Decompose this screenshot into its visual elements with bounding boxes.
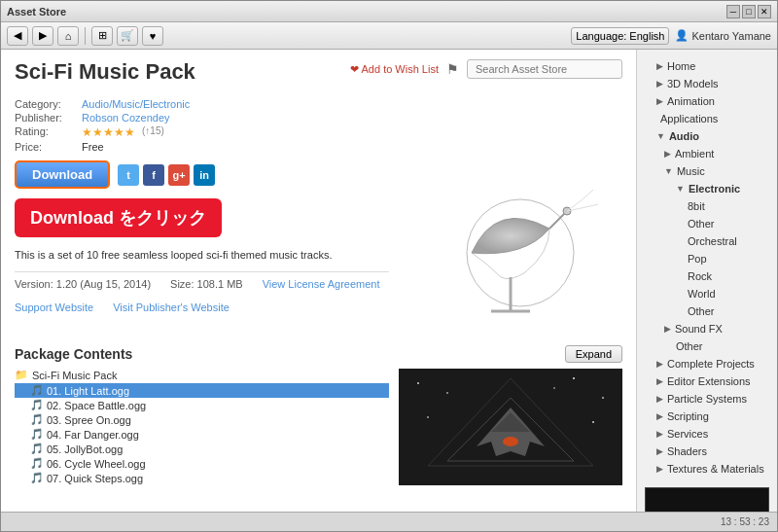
forward-button[interactable]: ▶: [32, 26, 53, 46]
sidebar-item-complete[interactable]: ▶ Complete Projects: [637, 355, 777, 372]
publisher-link[interactable]: Visit Publisher's Website: [113, 301, 230, 313]
user-icon: 👤: [675, 29, 689, 42]
sidebar-item-other2[interactable]: Other: [637, 302, 777, 320]
file-item-4[interactable]: 🎵 05. JollyBot.ogg: [15, 442, 389, 456]
sidebar-label-editor: Editor Extensions: [667, 375, 751, 387]
package-image-area: [399, 369, 622, 485]
sidebar-label-shaders: Shaders: [667, 445, 707, 457]
support-bar: Support Website Visit Publisher's Websit…: [15, 300, 389, 319]
sidebar-item-audio[interactable]: ▼ Audio: [637, 127, 777, 145]
soundfx-arrow: ▶: [664, 324, 671, 334]
twitter-icon[interactable]: t: [118, 164, 139, 186]
minimize-button[interactable]: ─: [726, 5, 740, 18]
language-selector[interactable]: Language: English: [571, 27, 669, 45]
audio-icon-1: 🎵: [30, 399, 44, 411]
file-item-2[interactable]: 🎵 03. Spree On.ogg: [15, 412, 389, 427]
annotation-box: Download をクリック: [15, 198, 222, 237]
page-title: Sci-Fi Music Pack: [15, 59, 195, 85]
package-inner: 📁 Sci-Fi Music Pack 🎵 01. Light Latt.ogg…: [15, 369, 622, 485]
user-name: Kentaro Yamane: [691, 30, 771, 42]
sidebar-label-electronic: Electronic: [689, 183, 740, 195]
cart-button[interactable]: 🛒: [117, 26, 138, 46]
support-link[interactable]: Support Website: [15, 301, 93, 313]
home-button[interactable]: ⌂: [57, 26, 79, 46]
content-inner: Download t f g+ in Download をクリック This i…: [15, 160, 622, 336]
sidebar-item-music[interactable]: ▼ Music: [637, 162, 777, 180]
social-icons: t f g+ in: [118, 164, 215, 186]
sidebar-item-ambient[interactable]: ▶ Ambient: [637, 145, 777, 162]
search-input[interactable]: [467, 59, 622, 79]
close-button[interactable]: ✕: [758, 5, 771, 18]
flag-button[interactable]: ⚑: [446, 61, 459, 77]
category-label: Category:: [15, 98, 78, 110]
folder-icon: 📁: [15, 369, 28, 381]
window-controls: ─ □ ✕: [726, 5, 771, 18]
sidebar-item-particle[interactable]: ▶ Particle Systems: [637, 390, 777, 408]
electronic-arrow: ▼: [676, 184, 685, 194]
sidebar-item-animation[interactable]: ▶ Animation: [637, 92, 777, 110]
sidebar-label-audio: Audio: [669, 130, 699, 142]
package-preview-image: [399, 369, 622, 485]
category-row: Category: Audio/Music/Electronic: [15, 98, 622, 110]
window-title: Asset Store: [7, 6, 66, 18]
license-link[interactable]: View License Agreement: [263, 278, 380, 290]
version-info: Version: 1.20 (Aug 15, 2014): [15, 278, 151, 290]
sidebar-item-orchestral[interactable]: Orchestral: [637, 232, 777, 250]
category-value[interactable]: Audio/Music/Electronic: [82, 98, 190, 110]
audio-icon-4: 🎵: [30, 443, 44, 455]
download-button[interactable]: Download: [15, 160, 110, 189]
svg-point-13: [427, 416, 429, 418]
sidebar-item-rock[interactable]: Rock: [637, 267, 777, 285]
deals-banner[interactable]: UNITY 24 HOUR DEALS: [645, 487, 769, 512]
sidebar-label-world: World: [688, 288, 716, 300]
grid-button[interactable]: ⊞: [91, 26, 113, 46]
package-title: Package Contents: [15, 346, 132, 362]
file-item-5[interactable]: 🎵 06. Cycle Wheel.ogg: [15, 456, 389, 471]
toolbar-right: Language: English 👤 Kentaro Yamane: [571, 27, 771, 45]
sidebar-item-home[interactable]: ▶ Home: [637, 57, 777, 75]
root-folder: Sci-Fi Music Pack: [32, 370, 117, 381]
gplus-icon[interactable]: g+: [168, 164, 190, 186]
audio-icon-0: 🎵: [30, 384, 44, 397]
sidebar-label-ambient: Ambient: [675, 148, 714, 160]
publisher-value[interactable]: Robson Cozendey: [82, 112, 170, 124]
back-button[interactable]: ◀: [7, 26, 28, 46]
bottom-bar: 13 : 53 : 23: [1, 512, 777, 531]
sidebar-label-particle: Particle Systems: [667, 393, 747, 405]
wish-label: Add to Wish List: [362, 63, 439, 75]
file-name-0: 01. Light Latt.ogg: [47, 385, 129, 397]
file-item-3[interactable]: 🎵 04. Far Danger.ogg: [15, 427, 389, 442]
sidebar-item-services[interactable]: ▶ Services: [637, 425, 777, 443]
file-item-6[interactable]: 🎵 07. Quick Steps.ogg: [15, 471, 389, 485]
svg-point-11: [602, 397, 604, 399]
sidebar-item-scripting[interactable]: ▶ Scripting: [637, 408, 777, 425]
expand-button[interactable]: Expand: [565, 345, 622, 363]
maximize-button[interactable]: □: [742, 5, 756, 18]
sidebar-item-other3[interactable]: Other: [637, 337, 777, 355]
heart-icon: ❤: [350, 63, 359, 76]
sidebar-item-other1[interactable]: Other: [637, 215, 777, 232]
sidebar-item-pop[interactable]: Pop: [637, 250, 777, 267]
svg-point-7: [503, 437, 518, 446]
sidebar-item-world[interactable]: World: [637, 285, 777, 302]
file-item-1[interactable]: 🎵 02. Space Battle.ogg: [15, 398, 389, 412]
toolbar: ◀ ▶ ⌂ ⊞ 🛒 ♥ Language: English 👤 Kentaro …: [1, 22, 777, 50]
sidebar-item-applications[interactable]: Applications: [637, 110, 777, 127]
sidebar-item-textures[interactable]: ▶ Textures & Materials: [637, 460, 777, 478]
facebook-icon[interactable]: f: [143, 164, 164, 186]
share-icon[interactable]: in: [194, 164, 215, 186]
svg-point-10: [573, 377, 575, 379]
audio-arrow: ▼: [656, 131, 665, 141]
sidebar-item-shaders[interactable]: ▶ Shaders: [637, 443, 777, 460]
wish-button[interactable]: ❤ Add to Wish List: [350, 63, 439, 76]
sidebar-item-electronic[interactable]: ▼ Electronic: [637, 180, 777, 197]
sidebar-item-soundfx[interactable]: ▶ Sound FX: [637, 320, 777, 337]
editor-arrow: ▶: [656, 376, 663, 386]
sidebar-item-8bit[interactable]: 8bit: [637, 197, 777, 215]
file-item-0[interactable]: 🎵 01. Light Latt.ogg: [15, 383, 389, 398]
wishlist-button[interactable]: ♥: [142, 26, 163, 46]
sidebar-item-editor[interactable]: ▶ Editor Extensions: [637, 372, 777, 390]
title-bar: Asset Store ─ □ ✕: [1, 1, 777, 22]
sidebar-item-3dmodels[interactable]: ▶ 3D Models: [637, 75, 777, 92]
svg-point-9: [446, 392, 448, 394]
